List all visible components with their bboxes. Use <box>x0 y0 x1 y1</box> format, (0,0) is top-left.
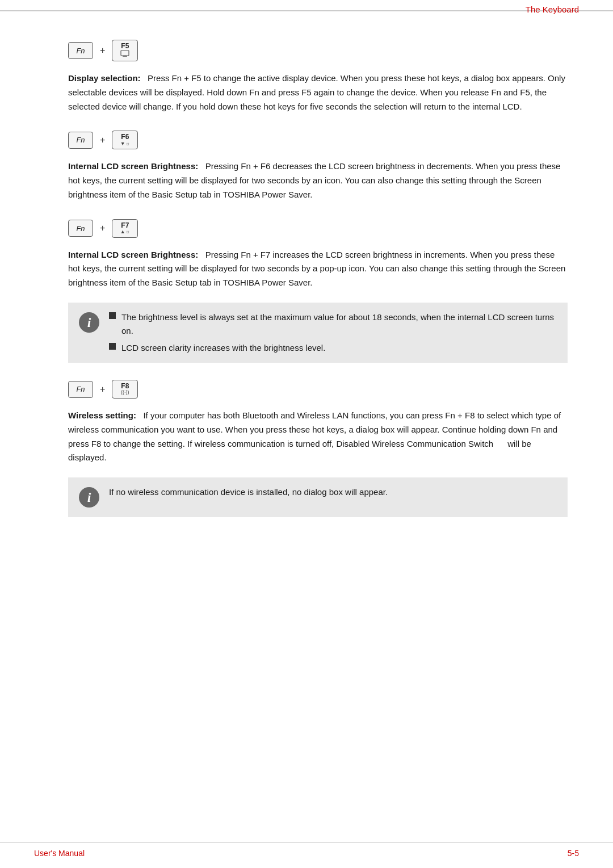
info-icon-f7: i <box>77 311 101 334</box>
fn-key-4: Fn <box>68 381 93 398</box>
fn-key-1: Fn <box>68 42 93 59</box>
svg-text:i: i <box>87 490 91 505</box>
key-combo-fn-f8: Fn + F8 ((·)) <box>68 380 568 399</box>
section-fn-f7-text: Internal LCD screen Brightness: Pressing… <box>68 248 568 290</box>
plus-sign-4: + <box>100 384 105 395</box>
note-item-2: LCD screen clarity increases with the br… <box>109 341 556 355</box>
header-title: The Keyboard <box>526 5 579 14</box>
plus-sign-1: + <box>100 45 105 56</box>
key-combo-fn-f7: Fn + F7 ▲☼ <box>68 219 568 238</box>
note-content-f7: The brightness level is always set at th… <box>109 311 556 355</box>
note-box-f8: i If no wireless communication device is… <box>68 477 568 517</box>
section-fn-f8: Fn + F8 ((·)) Wireless setting: If your … <box>68 380 568 517</box>
f5-key: F5 <box>112 40 138 61</box>
section-fn-f7: Fn + F7 ▲☼ Internal LCD screen Brightnes… <box>68 219 568 363</box>
key-combo-fn-f6: Fn + F6 ▼☼ <box>68 131 568 149</box>
footer-page-number: 5-5 <box>568 849 579 858</box>
f8-key: F8 ((·)) <box>112 380 138 399</box>
note-item-1: The brightness level is always set at th… <box>109 311 556 338</box>
main-content: Fn + F5 <box>68 34 568 534</box>
top-border <box>0 10 613 11</box>
fn-key-2: Fn <box>68 132 93 149</box>
note-box-f7: i The brightness level is always set at … <box>68 303 568 363</box>
plus-sign-2: + <box>100 135 105 145</box>
f7-key: F7 ▲☼ <box>112 219 138 238</box>
section-fn-f5-text: Display selection: Press Fn + F5 to chan… <box>68 72 568 114</box>
info-icon-f8: i <box>77 485 101 509</box>
footer-manual-label: User's Manual <box>34 849 85 858</box>
page-container: The Keyboard Fn + F5 <box>0 0 613 868</box>
f6-key: F6 ▼☼ <box>112 131 138 149</box>
note-bullet-2 <box>109 343 116 350</box>
section-fn-f6: Fn + F6 ▼☼ Internal LCD screen Brightnes… <box>68 131 568 202</box>
section-fn-f6-text: Internal LCD screen Brightness: Pressing… <box>68 160 568 202</box>
fn-key-3: Fn <box>68 220 93 237</box>
plus-sign-3: + <box>100 223 105 233</box>
svg-rect-0 <box>121 51 129 56</box>
page-header: The Keyboard <box>526 5 579 14</box>
key-combo-fn-f5: Fn + F5 <box>68 40 568 61</box>
section-fn-f5: Fn + F5 <box>68 40 568 114</box>
note-content-f8: If no wireless communication device is i… <box>109 485 556 499</box>
section-fn-f8-text: Wireless setting: If your computer has b… <box>68 409 568 465</box>
note-bullet-1 <box>109 312 116 319</box>
page-footer: User's Manual 5-5 <box>0 842 613 858</box>
svg-text:i: i <box>87 315 91 330</box>
